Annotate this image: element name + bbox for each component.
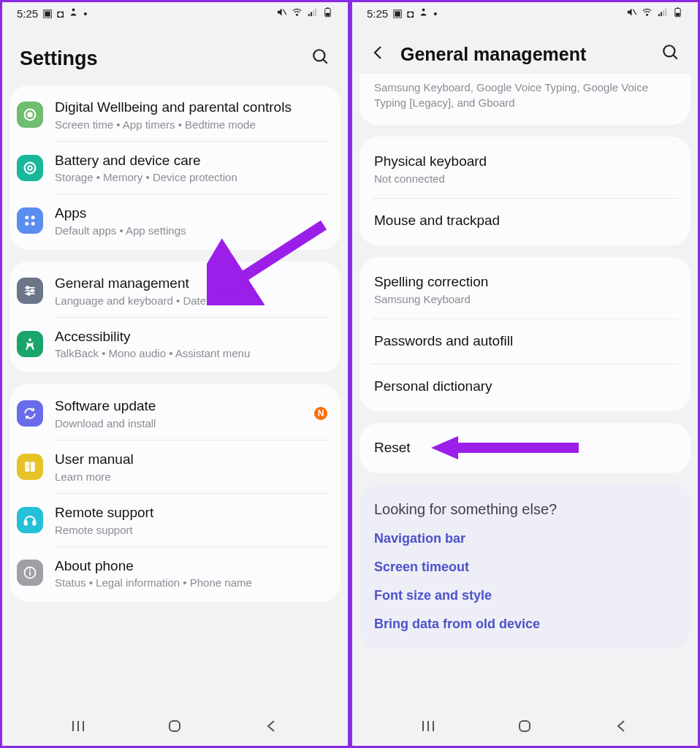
svg-text:?: ? bbox=[26, 463, 28, 470]
status-battery-icon bbox=[672, 7, 683, 20]
suggestion-link-bring-data[interactable]: Bring data from old device bbox=[374, 617, 676, 632]
svg-rect-30 bbox=[31, 462, 35, 471]
row-remote-support[interactable]: Remote support Remote support bbox=[9, 494, 341, 546]
row-title: Passwords and autofill bbox=[374, 332, 676, 351]
gm-group-2: Spelling correction Samsung Keyboard Pas… bbox=[359, 257, 691, 411]
nav-back[interactable] bbox=[259, 713, 285, 742]
svg-point-24 bbox=[31, 289, 34, 291]
suggestion-link-screen-timeout[interactable]: Screen timeout bbox=[374, 560, 676, 575]
row-digital-wellbeing[interactable]: Digital Wellbeing and parental controls … bbox=[9, 88, 341, 141]
search-button[interactable] bbox=[658, 40, 683, 68]
row-title: Apps bbox=[55, 205, 327, 223]
svg-point-43 bbox=[647, 14, 648, 15]
nav-recents[interactable] bbox=[415, 713, 441, 742]
new-badge: N bbox=[314, 407, 327, 420]
svg-line-11 bbox=[323, 59, 327, 63]
row-software-update[interactable]: Software update Download and install N bbox=[9, 387, 341, 440]
row-sub: TalkBack • Mono audio • Assistant menu bbox=[55, 347, 327, 359]
status-image-icon: ▣ bbox=[392, 7, 403, 20]
gm-header: General management bbox=[352, 24, 698, 74]
nav-home[interactable] bbox=[161, 713, 188, 742]
page-title: General management bbox=[400, 44, 658, 65]
row-title: Mouse and trackpad bbox=[374, 212, 676, 230]
row-title: About phone bbox=[55, 557, 327, 576]
row-title: User manual bbox=[55, 451, 327, 469]
svg-point-25 bbox=[28, 292, 30, 294]
row-sub: Default apps • App settings bbox=[55, 224, 327, 237]
status-app-icon: ◘ bbox=[57, 7, 64, 20]
settings-list[interactable]: Digital Wellbeing and parental controls … bbox=[2, 85, 348, 709]
gm-group-top: Samsung Keyboard, Google Voice Typing, G… bbox=[359, 74, 691, 125]
svg-point-10 bbox=[313, 50, 324, 61]
search-icon bbox=[311, 47, 330, 66]
svg-line-52 bbox=[673, 55, 677, 58]
status-person-icon bbox=[418, 7, 429, 20]
nav-recents[interactable] bbox=[65, 713, 91, 742]
nav-home[interactable] bbox=[511, 713, 538, 742]
status-battery-icon bbox=[322, 7, 333, 20]
svg-point-41 bbox=[422, 9, 425, 12]
suggestions-block: Looking for something else? Navigation b… bbox=[359, 485, 691, 649]
status-bar: 5:25 ▣ ◘ • bbox=[352, 2, 698, 24]
gm-list[interactable]: Samsung Keyboard, Google Voice Typing, G… bbox=[352, 74, 698, 709]
svg-rect-3 bbox=[308, 14, 310, 16]
row-battery-care[interactable]: Battery and device care Storage • Memory… bbox=[9, 142, 341, 194]
page-title: Settings bbox=[20, 47, 308, 70]
svg-point-19 bbox=[31, 222, 35, 226]
row-sub: Learn more bbox=[55, 470, 327, 483]
svg-point-18 bbox=[25, 222, 28, 226]
partial-row-sub: Samsung Keyboard, Google Voice Typing, G… bbox=[359, 75, 691, 122]
wellbeing-icon bbox=[17, 102, 43, 128]
svg-rect-9 bbox=[326, 13, 330, 16]
nav-back[interactable] bbox=[609, 713, 635, 742]
status-time: 5:25 bbox=[17, 7, 38, 20]
status-person-icon bbox=[68, 7, 79, 20]
row-accessibility[interactable]: Accessibility TalkBack • Mono audio • As… bbox=[9, 318, 341, 370]
row-title: Accessibility bbox=[55, 328, 327, 346]
row-physical-keyboard[interactable]: Physical keyboard Not connected bbox=[359, 140, 691, 198]
status-app-icon: ◘ bbox=[407, 7, 414, 20]
row-sub: Samsung Keyboard bbox=[374, 293, 676, 305]
row-sub: Status • Legal information • Phone name bbox=[55, 576, 327, 589]
status-mute-icon bbox=[276, 7, 287, 20]
svg-rect-5 bbox=[313, 10, 314, 16]
status-more-icon: • bbox=[83, 7, 87, 20]
svg-rect-8 bbox=[327, 7, 329, 8]
svg-line-42 bbox=[633, 9, 636, 15]
svg-rect-4 bbox=[311, 12, 312, 17]
row-apps[interactable]: Apps Default apps • App settings bbox=[9, 194, 341, 247]
row-title: Physical keyboard bbox=[374, 153, 676, 171]
row-about-phone[interactable]: About phone Status • Legal information •… bbox=[9, 547, 341, 600]
back-button[interactable] bbox=[370, 44, 387, 64]
row-title: General management bbox=[55, 275, 327, 293]
row-title: Reset bbox=[374, 439, 676, 457]
row-personal-dictionary[interactable]: Personal dictionary bbox=[359, 365, 691, 409]
row-general-management[interactable]: General management Language and keyboard… bbox=[9, 264, 341, 317]
row-passwords-autofill[interactable]: Passwords and autofill bbox=[359, 319, 691, 364]
manual-icon: ? bbox=[17, 454, 43, 480]
gm-group-1: Physical keyboard Not connected Mouse an… bbox=[359, 137, 691, 245]
status-more-icon: • bbox=[433, 7, 437, 20]
status-image-icon: ▣ bbox=[42, 7, 53, 20]
row-reset[interactable]: Reset bbox=[359, 426, 691, 470]
svg-rect-6 bbox=[315, 9, 316, 17]
svg-rect-33 bbox=[33, 520, 35, 524]
suggestion-link-font-size[interactable]: Font size and style bbox=[374, 588, 676, 603]
svg-rect-46 bbox=[663, 10, 664, 16]
search-button[interactable] bbox=[308, 45, 333, 72]
row-title: Digital Wellbeing and parental controls bbox=[55, 99, 327, 117]
phone-right: 5:25 ▣ ◘ • General manag bbox=[348, 2, 698, 746]
suggestion-link-navigation-bar[interactable]: Navigation bar bbox=[374, 531, 676, 546]
row-spelling-correction[interactable]: Spelling correction Samsung Keyboard bbox=[359, 260, 691, 318]
svg-point-2 bbox=[297, 14, 298, 15]
status-mute-icon bbox=[626, 7, 637, 20]
general-icon bbox=[17, 278, 43, 304]
svg-point-17 bbox=[31, 216, 35, 220]
settings-group-3: Software update Download and install N ?… bbox=[9, 384, 341, 602]
svg-rect-45 bbox=[661, 12, 662, 17]
row-user-manual[interactable]: ? User manual Learn more bbox=[9, 440, 341, 493]
row-sub: Download and install bbox=[55, 417, 314, 430]
svg-rect-32 bbox=[25, 520, 27, 524]
row-mouse-trackpad[interactable]: Mouse and trackpad bbox=[359, 199, 691, 243]
nav-bar bbox=[2, 709, 348, 746]
